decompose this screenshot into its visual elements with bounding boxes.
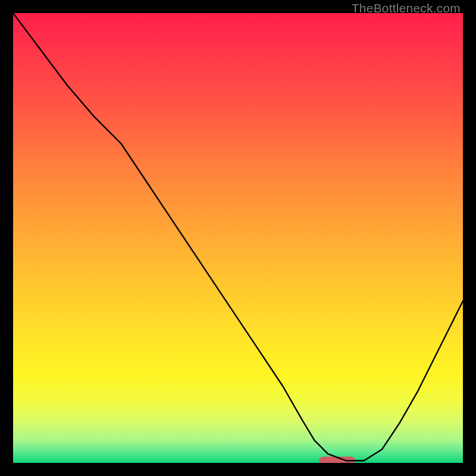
watermark-text: TheBottleneck.com — [352, 1, 461, 15]
plot-area — [13, 13, 463, 463]
chart-svg — [13, 13, 463, 463]
gradient-background — [13, 13, 463, 463]
chart-frame: TheBottleneck.com — [0, 0, 476, 476]
